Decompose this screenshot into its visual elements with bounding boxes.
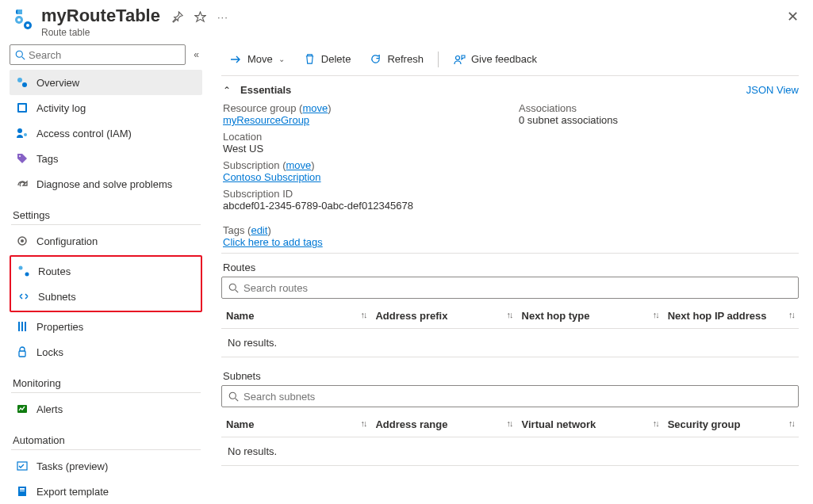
chevron-up-icon[interactable]: ⌃	[223, 85, 231, 96]
button-label: Give feedback	[471, 53, 537, 65]
sidebar-item-label: Properties	[36, 321, 83, 333]
blade-header: myRouteTable Route table ··· ✕	[0, 0, 813, 40]
sidebar-item-label: Tags	[36, 153, 58, 165]
sidebar-item-tasks[interactable]: Tasks (preview)	[10, 453, 202, 479]
sidebar-search[interactable]	[10, 44, 186, 65]
refresh-icon	[370, 53, 382, 65]
svg-line-28	[236, 289, 239, 292]
svg-point-10	[17, 128, 22, 133]
routes-title: Routes	[223, 262, 799, 273]
col-address-range[interactable]: Address range↑↓	[370, 412, 516, 437]
subscription-id-value: abcdef01-2345-6789-0abc-def012345678	[223, 200, 503, 212]
svg-point-4	[16, 51, 22, 57]
sidebar-item-overview[interactable]: Overview	[10, 70, 202, 95]
sidebar-item-label: Diagnose and solve problems	[36, 178, 172, 190]
sidebar-item-label: Configuration	[36, 235, 98, 247]
tags-add-link[interactable]: Click here to add tags	[223, 236, 323, 248]
sort-icon[interactable]: ↑↓	[360, 418, 366, 428]
sidebar-item-subnets[interactable]: Subnets	[11, 284, 201, 309]
main-content: Move ⌄ Delete Refresh	[207, 40, 813, 504]
group-automation: Automation	[11, 423, 201, 450]
col-virtual-network[interactable]: Virtual network↑↓	[517, 412, 663, 437]
svg-rect-24	[20, 488, 25, 490]
svg-point-26	[455, 55, 459, 59]
resource-group-move-link[interactable]: move	[302, 102, 328, 114]
button-label: Refresh	[387, 53, 424, 65]
sidebar-item-tags[interactable]: Tags	[10, 146, 202, 171]
subnets-search[interactable]	[221, 385, 799, 407]
subscription-value[interactable]: Contoso Subscription	[223, 171, 321, 183]
col-security-group[interactable]: Security group↑↓	[663, 412, 799, 437]
sort-icon[interactable]: ↑↓	[653, 418, 658, 428]
sort-icon[interactable]: ↑↓	[788, 310, 794, 319]
resource-group-value[interactable]: myResourceGroup	[223, 114, 309, 126]
sidebar-item-locks[interactable]: Locks	[10, 339, 202, 365]
svg-point-3	[26, 24, 29, 27]
tasks-icon	[16, 460, 29, 472]
search-icon	[15, 50, 25, 60]
sidebar-item-label: Overview	[36, 77, 79, 89]
subnets-search-input[interactable]	[244, 391, 792, 403]
sort-icon[interactable]: ↑↓	[507, 418, 512, 428]
group-monitoring: Monitoring	[11, 366, 201, 393]
col-next-hop-type[interactable]: Next hop type↑↓	[517, 304, 663, 329]
svg-rect-20	[19, 351, 25, 357]
routes-search[interactable]	[221, 277, 799, 299]
sidebar-item-iam[interactable]: Access control (IAM)	[10, 120, 202, 146]
col-name[interactable]: Name↑↓	[221, 412, 370, 437]
highlighted-menu-items: Routes Subnets	[10, 255, 202, 312]
sort-icon[interactable]: ↑↓	[360, 310, 366, 319]
sidebar-item-label: Activity log	[36, 102, 86, 114]
more-icon[interactable]: ···	[217, 11, 228, 23]
svg-point-15	[19, 266, 23, 270]
sidebar-item-activity-log[interactable]: Activity log	[10, 95, 202, 120]
refresh-button[interactable]: Refresh	[362, 50, 431, 68]
sidebar-item-alerts[interactable]: Alerts	[10, 396, 202, 422]
svg-point-1	[17, 18, 21, 21]
json-view-link[interactable]: JSON View	[746, 84, 799, 96]
essentials-heading[interactable]: Essentials	[240, 84, 291, 96]
col-next-hop-ip[interactable]: Next hop IP address↑↓	[663, 304, 799, 329]
toolbar-separator	[438, 52, 439, 67]
svg-rect-9	[19, 105, 25, 111]
tags-edit-link[interactable]: edit	[251, 224, 267, 236]
subnets-table: Name↑↓ Address range↑↓ Virtual network↑↓…	[221, 412, 799, 466]
close-icon[interactable]: ✕	[787, 8, 799, 25]
svg-rect-18	[21, 322, 23, 331]
sidebar: « Overview Activity log Access control (…	[0, 40, 207, 504]
sort-icon[interactable]: ↑↓	[507, 310, 512, 319]
subscription-id-label: Subscription ID	[223, 188, 503, 200]
pin-icon[interactable]	[171, 11, 183, 23]
subnets-icon	[17, 290, 30, 303]
sidebar-item-label: Export template	[36, 486, 109, 498]
routes-icon	[17, 265, 30, 277]
sidebar-item-diagnose[interactable]: Diagnose and solve problems	[10, 171, 202, 197]
sidebar-search-input[interactable]	[29, 49, 180, 61]
svg-point-29	[229, 392, 236, 399]
move-button[interactable]: Move ⌄	[221, 50, 293, 69]
star-icon[interactable]	[194, 11, 206, 23]
feedback-button[interactable]: Give feedback	[445, 50, 545, 69]
properties-icon	[16, 320, 29, 333]
sort-icon[interactable]: ↑↓	[788, 418, 794, 428]
sort-icon[interactable]: ↑↓	[653, 310, 658, 319]
routes-search-input[interactable]	[244, 282, 792, 294]
sidebar-item-label: Access control (IAM)	[36, 128, 132, 139]
sidebar-item-properties[interactable]: Properties	[10, 314, 202, 339]
subscription-move-link[interactable]: move	[286, 159, 311, 171]
location-value: West US	[223, 143, 503, 155]
svg-point-11	[24, 133, 27, 136]
delete-button[interactable]: Delete	[296, 50, 359, 68]
sidebar-item-configuration[interactable]: Configuration	[10, 228, 202, 254]
svg-point-14	[21, 239, 24, 242]
collapse-icon[interactable]: «	[190, 49, 202, 60]
location-label: Location	[223, 131, 503, 143]
sidebar-item-label: Routes	[38, 265, 71, 277]
col-address-prefix[interactable]: Address prefix↑↓	[370, 304, 516, 329]
sidebar-item-routes[interactable]: Routes	[11, 258, 201, 284]
sidebar-item-export[interactable]: Export template	[10, 479, 202, 504]
chevron-down-icon: ⌄	[278, 55, 285, 63]
essentials-panel: Resource group (move) myResourceGroup Lo…	[221, 101, 799, 224]
col-name[interactable]: Name↑↓	[221, 304, 370, 329]
svg-rect-17	[18, 322, 20, 331]
